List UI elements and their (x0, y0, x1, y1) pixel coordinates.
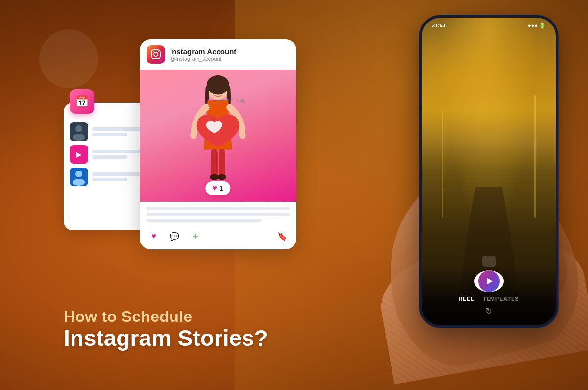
headline-line2: Instagram Stories? (64, 326, 268, 351)
headline-line1: How to Schedule (64, 308, 268, 326)
heart-icon: ♥ (212, 184, 217, 193)
instagram-account-handle: @Instagram_account (170, 56, 236, 62)
scheduler-thumb-1 (70, 122, 88, 141)
svg-point-9 (207, 75, 229, 94)
reel-labels: REEL TEMPLATES (458, 296, 519, 302)
scheduler-line-short (92, 133, 127, 136)
phone-time: 21:53 (432, 23, 445, 29)
scheduler-line-3b (92, 178, 127, 181)
calendar-icon: 📅 (70, 89, 94, 114)
reel-button-inner (478, 270, 500, 292)
instagram-post-card: Instagram Account @Instagram_account (140, 39, 296, 249)
caption-line-1 (147, 207, 290, 210)
bookmark-button[interactable]: 🔖 (275, 229, 290, 244)
scheduler-thumb-3 (70, 168, 88, 186)
like-button[interactable]: ♥ (147, 229, 161, 244)
svg-point-4 (73, 179, 85, 186)
instagram-account-name: Instagram Account (170, 48, 236, 56)
send-button[interactable]: ✈ (188, 229, 202, 244)
phone-screen-content: 21:53 ●●● 🔋 (422, 18, 556, 325)
phone-device: 21:53 ●●● 🔋 (402, 15, 559, 348)
scheduler-line-2b (92, 155, 127, 159)
action-icons-left: ♥ 💬 ✈ (147, 229, 202, 244)
templates-label: TEMPLATES (483, 296, 519, 302)
reel-label: REEL (458, 296, 474, 302)
svg-point-7 (158, 51, 159, 52)
phone-body: 21:53 ●●● 🔋 (419, 15, 559, 328)
svg-point-15 (220, 88, 223, 92)
instagram-caption (140, 202, 296, 225)
caption-line-2 (147, 213, 290, 216)
instagram-account-info: Instagram Account @Instagram_account (170, 48, 236, 62)
phone-bottom-icons (482, 256, 496, 267)
svg-point-14 (213, 88, 216, 92)
instagram-card-header: Instagram Account @Instagram_account (140, 39, 296, 70)
phone-gallery-icon[interactable] (482, 256, 496, 267)
svg-rect-11 (219, 149, 225, 177)
phone-screen: 21:53 ●●● 🔋 (422, 18, 556, 325)
svg-point-1 (75, 125, 82, 132)
scheduler-thumb-2: ▶ (70, 145, 88, 164)
svg-point-3 (75, 171, 82, 177)
phone-bottom-ui: REEL TEMPLATES ↻ (422, 267, 556, 325)
street-light-2 (534, 95, 536, 218)
svg-point-13 (217, 174, 226, 180)
svg-marker-16 (487, 278, 493, 284)
caption-lines (147, 207, 290, 222)
instagram-actions: ♥ 💬 ✈ 🔖 (140, 225, 296, 249)
street-light-1 (442, 110, 443, 218)
instagram-post-image: ♥ 1 (140, 70, 296, 202)
svg-point-2 (73, 134, 85, 141)
phone-indicators: ●●● 🔋 (528, 23, 546, 29)
svg-point-6 (154, 52, 158, 56)
text-section: How to Schedule Instagram Stories? (64, 308, 268, 351)
like-count: 1 (220, 184, 224, 192)
caption-line-3 (147, 219, 261, 222)
reel-button[interactable] (474, 270, 504, 292)
svg-rect-10 (211, 149, 218, 177)
dashed-arrow (206, 92, 250, 114)
like-badge: ♥ 1 (205, 181, 230, 195)
svg-marker-0 (239, 98, 245, 104)
comment-button[interactable]: 💬 (167, 229, 182, 244)
phone-statusbar: 21:53 ●●● 🔋 (422, 23, 556, 29)
ui-cards-area: 📅 ▶ ✓ (64, 39, 368, 314)
phone-refresh-icon[interactable]: ↻ (485, 306, 492, 317)
instagram-logo (147, 45, 165, 64)
